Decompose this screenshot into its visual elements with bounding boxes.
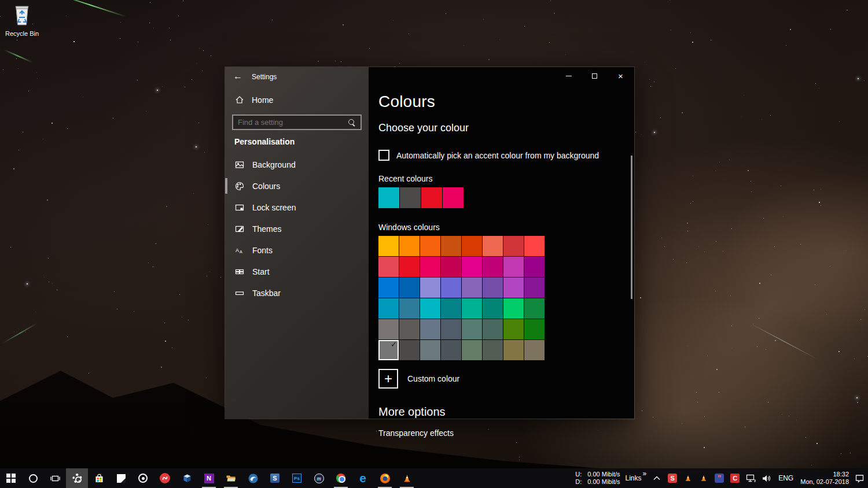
firefox-button[interactable] <box>374 468 396 488</box>
windows-colour-swatch[interactable] <box>462 319 482 339</box>
s-tray-button[interactable]: S <box>667 473 678 483</box>
windows-colour-swatch[interactable] <box>420 319 440 339</box>
windows-colour-swatch[interactable] <box>441 298 461 319</box>
windows-colour-swatch[interactable] <box>420 340 440 360</box>
maximize-button[interactable] <box>582 68 608 84</box>
settings-taskbar-button[interactable] <box>66 468 88 488</box>
cortana-button[interactable] <box>22 468 44 488</box>
search-box[interactable] <box>232 114 362 130</box>
windows-colour-swatch[interactable] <box>524 298 545 319</box>
recent-colour-swatch[interactable] <box>400 187 421 208</box>
network-status-button[interactable] <box>745 473 756 483</box>
windows-colour-swatch[interactable] <box>462 236 482 256</box>
recent-colour-swatch[interactable] <box>443 187 464 208</box>
windows-colour-swatch[interactable] <box>420 257 440 277</box>
windows-colour-swatch[interactable] <box>399 278 420 298</box>
chrome-button[interactable] <box>330 468 352 488</box>
red-circle-app-button[interactable] <box>154 468 176 488</box>
taskbar-clock[interactable]: 18:32 Mon, 02-07-2018 <box>800 471 849 486</box>
recent-colour-swatch[interactable] <box>378 187 399 208</box>
windows-colour-swatch[interactable] <box>503 340 524 360</box>
vlc-tray-button-1[interactable] <box>683 473 693 483</box>
edge-button[interactable]: e <box>352 468 374 488</box>
quotes-tray-button[interactable]: ” <box>714 473 724 483</box>
s-app-button[interactable]: S <box>264 468 286 488</box>
overflow-chevron-icon[interactable]: » <box>643 469 647 478</box>
windows-colour-swatch[interactable] <box>483 257 503 277</box>
windows-colour-swatch[interactable] <box>420 278 440 298</box>
language-indicator[interactable]: ENG <box>777 474 795 482</box>
vlc-tray-button-2[interactable] <box>698 473 709 483</box>
windows-colour-swatch[interactable] <box>441 257 461 277</box>
windows-colour-swatch[interactable] <box>399 319 420 339</box>
sidebar-item-start[interactable]: Start <box>225 261 369 282</box>
windows-colour-swatch[interactable] <box>524 319 545 339</box>
windows-colour-swatch[interactable] <box>441 236 461 256</box>
virtualbox-button[interactable] <box>176 468 198 488</box>
action-center-button[interactable] <box>854 473 865 483</box>
back-button[interactable]: ← <box>233 71 242 82</box>
close-button[interactable]: × <box>608 68 634 84</box>
windows-colour-swatch[interactable] <box>503 236 524 256</box>
auto-accent-checkbox[interactable] <box>378 150 389 161</box>
windows-colour-swatch[interactable] <box>378 319 399 339</box>
windows-colour-swatch[interactable] <box>378 236 399 256</box>
windows-colour-swatch[interactable] <box>462 278 482 298</box>
windows-colour-swatch[interactable] <box>399 257 420 277</box>
m-app-button[interactable]: m <box>308 468 330 488</box>
volume-button[interactable] <box>761 473 771 483</box>
thunderbird-button[interactable] <box>242 468 264 488</box>
windows-colour-swatch[interactable] <box>503 278 524 298</box>
windows-colour-swatch[interactable] <box>462 340 482 360</box>
links-toolbar[interactable]: Links » <box>626 474 647 482</box>
scrollbar-thumb[interactable] <box>631 156 632 299</box>
windows-colour-swatch[interactable] <box>441 278 461 298</box>
vlc-button[interactable] <box>396 468 418 488</box>
windows-colour-swatch[interactable] <box>462 257 482 277</box>
sidebar-item-taskbar[interactable]: Taskbar <box>225 282 369 304</box>
windows-colour-swatch[interactable] <box>420 236 440 256</box>
sidebar-item-fonts[interactable]: AA Fonts <box>225 239 369 261</box>
windows-colour-swatch[interactable] <box>503 257 524 277</box>
windows-colour-swatch[interactable] <box>483 236 503 256</box>
windows-colour-swatch[interactable] <box>483 340 503 360</box>
c-tray-button[interactable]: C <box>730 473 740 483</box>
show-hidden-icons-button[interactable] <box>652 473 662 483</box>
notes-app-button[interactable] <box>110 468 132 488</box>
windows-colour-swatch[interactable] <box>483 298 503 319</box>
search-input[interactable] <box>233 118 348 127</box>
custom-colour-button[interactable]: + <box>378 369 398 389</box>
windows-colour-swatch[interactable] <box>399 340 420 360</box>
windows-colour-swatch[interactable] <box>462 298 482 319</box>
windows-colour-swatch[interactable] <box>503 319 524 339</box>
windows-colour-swatch[interactable] <box>420 298 440 319</box>
minimize-button[interactable] <box>556 68 582 84</box>
sidebar-item-home[interactable]: Home <box>234 95 273 105</box>
task-view-button[interactable] <box>44 468 66 488</box>
windows-colour-swatch[interactable] <box>524 257 545 277</box>
windows-colour-swatch[interactable] <box>399 298 420 319</box>
windows-colour-swatch[interactable] <box>524 278 545 298</box>
sidebar-item-themes[interactable]: Themes <box>225 218 369 239</box>
start-button[interactable] <box>0 468 22 488</box>
microsoft-store-button[interactable] <box>88 468 110 488</box>
windows-colour-swatch[interactable] <box>524 340 545 360</box>
windows-colour-swatch[interactable] <box>378 257 399 277</box>
sidebar-item-colours[interactable]: Colours <box>225 175 369 197</box>
windows-colour-swatch[interactable] <box>441 340 461 360</box>
photoshop-button[interactable]: Ps <box>286 468 308 488</box>
sidebar-item-background[interactable]: Background <box>225 154 369 175</box>
search-icon[interactable] <box>348 119 356 127</box>
recycle-bin[interactable]: Recycle Bin <box>3 3 41 37</box>
recent-colour-swatch[interactable] <box>421 187 442 208</box>
windows-colour-swatch[interactable] <box>524 236 545 256</box>
windows-colour-swatch[interactable] <box>378 298 399 319</box>
sidebar-item-lock-screen[interactable]: Lock screen <box>225 197 369 218</box>
onenote-button[interactable]: N <box>198 468 220 488</box>
windows-colour-swatch[interactable] <box>441 319 461 339</box>
windows-colour-swatch[interactable] <box>483 319 503 339</box>
windows-colour-swatch[interactable] <box>483 278 503 298</box>
windows-colour-swatch[interactable]: ✓ <box>378 340 399 360</box>
windows-colour-swatch[interactable] <box>378 278 399 298</box>
windows-colour-swatch[interactable] <box>399 236 420 256</box>
